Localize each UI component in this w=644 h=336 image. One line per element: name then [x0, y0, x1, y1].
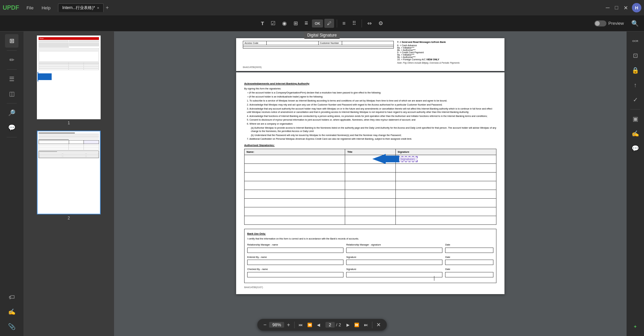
checked-by-date-input[interactable]: [445, 272, 493, 277]
thumbnail-page-1-label: 1: [68, 121, 70, 125]
bottom-separator-1: [294, 322, 294, 328]
sidebar-attachment-icon[interactable]: 📎: [5, 320, 18, 333]
right-export-icon[interactable]: ↑: [629, 78, 642, 92]
name-cell-2: [245, 164, 345, 173]
signatories-table: Name: Title Signature: [244, 149, 496, 225]
maximize-button[interactable]: □: [613, 3, 620, 12]
entered-by-date-group: Date: [445, 256, 493, 265]
file-code-2: BAA01455B(01/07): [244, 286, 496, 289]
preview-toggle-switch[interactable]: [594, 20, 606, 26]
title-cell-6: [345, 199, 395, 207]
left-sidebar: ⊞ ✏ ☰ ◫ 🔎 💬 🏷 ✍ 📎: [0, 31, 23, 336]
sidebar-comments-icon[interactable]: 💬: [5, 121, 18, 134]
text-tool-button[interactable]: T: [258, 18, 267, 28]
align-tool-button[interactable]: ⇔: [365, 18, 374, 28]
close-bottom-button[interactable]: ✕: [374, 320, 383, 329]
page-prev-button[interactable]: ◀: [315, 321, 322, 329]
current-page-input[interactable]: [325, 322, 335, 328]
sidebar-edit-icon[interactable]: ✏: [5, 53, 18, 67]
thumbnail-page-2[interactable]: 2: [37, 131, 101, 220]
right-layout-icon[interactable]: ▣: [629, 112, 642, 126]
name-cell-4: [245, 181, 345, 190]
right-compress-icon[interactable]: ⊡: [629, 49, 642, 62]
col-name: Name:: [245, 149, 345, 155]
search-button[interactable]: 🔍: [631, 20, 639, 27]
right-check-icon[interactable]: ✓: [629, 93, 642, 107]
grid-view-button[interactable]: ⠿: [350, 18, 359, 28]
entered-by-name-input[interactable]: [247, 260, 343, 265]
page-last-button[interactable]: ⏭: [362, 321, 370, 329]
radio-tool-button[interactable]: ◉: [279, 18, 289, 28]
updf-ai-icon[interactable]: ✦: [629, 320, 642, 333]
zoom-level-input[interactable]: [269, 322, 284, 328]
entered-by-date-input[interactable]: [445, 260, 493, 265]
sig-cell-7: [395, 207, 496, 216]
checked-by-sig-input[interactable]: [346, 272, 442, 277]
right-sign-icon[interactable]: ✍: [629, 127, 642, 140]
thumbnail-page-1-image: Westpac: [37, 36, 101, 119]
file-menu[interactable]: File: [23, 4, 37, 12]
ok-tool-button[interactable]: OK: [312, 19, 323, 27]
table-row: [245, 216, 496, 225]
main-area: ⊞ ✏ ☰ ◫ 🔎 💬 🏷 ✍ 📎 Westpac: [0, 31, 644, 336]
ack-intro: By signing this form the signatories:: [244, 87, 496, 90]
preview-toggle[interactable]: Preview: [594, 20, 624, 26]
sidebar-divider-4: [7, 137, 17, 137]
page-info: / 2: [323, 322, 344, 328]
signature1-label: Signature1: [398, 156, 418, 162]
active-tab[interactable]: Intern...行业表格)* ×: [58, 3, 104, 12]
table-tool-button[interactable]: ⊞: [291, 18, 301, 28]
new-tab-button[interactable]: +: [104, 5, 111, 11]
ack-item-6a: (a) Authorise Westpac to provide access …: [247, 126, 496, 133]
ack-item-6: 6. Where we are a company or organisatio…: [247, 122, 496, 126]
help-menu[interactable]: Help: [38, 4, 54, 12]
rm-name-input[interactable]: [247, 248, 343, 253]
zoom-out-button[interactable]: −: [261, 321, 268, 329]
table-row: [245, 199, 496, 207]
list-tool-button[interactable]: ☰: [302, 19, 311, 27]
right-ocr-icon[interactable]: OCR: [629, 34, 642, 48]
rm-date-input[interactable]: [445, 248, 493, 253]
entered-by-sig-input[interactable]: [346, 260, 442, 265]
right-protect-icon[interactable]: 🔒: [629, 64, 642, 77]
table-row: [245, 207, 496, 216]
checkbox-icon: ☑: [271, 20, 275, 26]
sidebar-divider-2: [7, 69, 17, 70]
checked-by-field-row: Checked By - name Signature Date: [247, 268, 493, 277]
sidebar-search-icon[interactable]: 🔎: [5, 106, 18, 120]
tab-area: Intern...行业表格)* × +: [58, 3, 603, 12]
ack-item-7: 7. Additional Cardholder on Personal Wes…: [247, 137, 496, 141]
rm-sig-input[interactable]: [346, 248, 442, 253]
settings-tool-button[interactable]: ⚙: [376, 18, 386, 28]
entered-by-sig-label: Signature: [346, 256, 442, 259]
tab-close-button[interactable]: ×: [97, 6, 99, 10]
tool-extra-1[interactable]: ≡: [340, 18, 348, 28]
page-first-button[interactable]: ⏮: [297, 321, 305, 329]
thumbnail-page-1[interactable]: Westpac: [37, 36, 101, 125]
user-avatar[interactable]: H: [632, 3, 641, 12]
sidebar-pages-icon[interactable]: ⊞: [5, 34, 18, 48]
zoom-in-button[interactable]: +: [285, 321, 292, 329]
sidebar-stamp-icon[interactable]: 🏷: [5, 290, 18, 304]
sidebar-layers-icon[interactable]: ◫: [5, 87, 18, 100]
checked-by-sig-label: Signature: [346, 268, 442, 271]
acknowledgements-section: Acknowledgements and Internet Banking Au…: [244, 82, 496, 141]
sig-cell-6: [395, 199, 496, 207]
checkbox-tool-button[interactable]: ☑: [268, 18, 278, 28]
right-chat-icon[interactable]: 💬: [629, 142, 642, 155]
name-cell-1: [245, 155, 345, 164]
entered-by-date-label: Date: [445, 256, 493, 259]
digital-sig-button[interactable]: 🖊: [324, 19, 334, 28]
content-area[interactable]: Access Code Customer Number: [114, 31, 627, 336]
checked-by-name-input[interactable]: [247, 272, 343, 277]
close-button[interactable]: ✕: [622, 3, 629, 12]
checked-by-date-label: Date: [445, 268, 493, 271]
page-prev-double-button[interactable]: ⏪: [305, 321, 314, 329]
page-next-button[interactable]: ▶: [344, 321, 352, 329]
sidebar-sign-icon[interactable]: ✍: [5, 305, 18, 319]
title-cell-8: [345, 216, 395, 225]
signature1-box: Signature1: [398, 157, 418, 162]
page-next-double-button[interactable]: ⏩: [352, 321, 361, 329]
sidebar-list-icon[interactable]: ☰: [5, 72, 18, 86]
minimize-button[interactable]: ─: [604, 3, 611, 12]
